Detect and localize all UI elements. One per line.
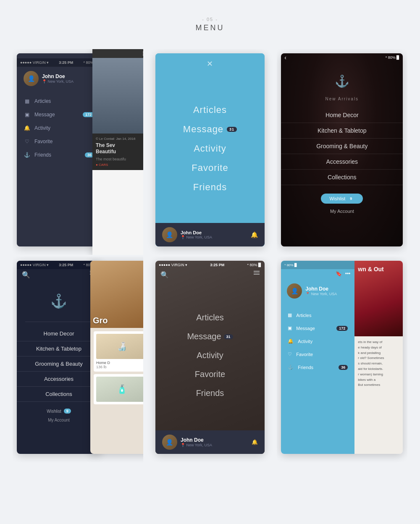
menu-message-5[interactable]: Message 31	[187, 332, 233, 341]
notification-bell-2[interactable]: 🔔	[251, 231, 258, 238]
screen-2-blue-menu: ✕ Articles Message 31 Activity Favorite	[155, 53, 265, 246]
articles-icon-1: ▦	[24, 98, 30, 104]
menu-favorite-6[interactable]: ♡ Favorite	[281, 348, 354, 361]
overlay-collections[interactable]: Collections	[281, 170, 403, 185]
screen-6-layout: * 80% ▉ 🔖 ••• 👤 John Doe 📍 New York, USA	[281, 261, 403, 454]
toolbar-5: 🔍	[155, 269, 265, 280]
menu-accessories-4[interactable]: Accessories	[17, 372, 101, 387]
friends-badge-6: 36	[339, 365, 348, 370]
screen-6-sidebar: * 80% ▉ 🔖 ••• 👤 John Doe 📍 New York, USA	[281, 261, 354, 454]
back-arrow-3[interactable]: ‹	[284, 54, 286, 61]
bookmark-icon-6[interactable]: 🔖	[336, 271, 342, 277]
wishlist-label-4[interactable]: Wishlist	[47, 409, 61, 414]
footer-name-5: John Doe	[181, 437, 212, 443]
product-list-4: 🍶 Home D 136 lb 🧴	[90, 328, 143, 408]
product-icon-4: 🍶	[117, 341, 127, 351]
friends-label-1: Friends	[34, 152, 51, 158]
blue-menu-favorite[interactable]: Favorite	[192, 162, 228, 173]
search-bar-4: 🔍	[17, 269, 101, 280]
blue-menu-message[interactable]: Message 31	[183, 124, 237, 135]
menu-message-6[interactable]: ▣ Message 172	[281, 322, 354, 335]
screen-3-overlay-menu: ‹ * 80% ▉ ⚓ New Arrivals Home Decor Kitc…	[281, 53, 403, 246]
menu-activity-5[interactable]: Activity	[197, 351, 223, 360]
menu-item-friends-1[interactable]: ⚓ Friends 36	[17, 148, 101, 162]
user-loc-6: 📍 New York, USA	[305, 292, 337, 296]
screen-4-content: Gro 🍶 Home D 136 lb 🧴	[90, 261, 143, 454]
blue-menu-activity[interactable]: Activity	[194, 143, 226, 154]
article-text-6: ets in the way of e heady days of k and …	[354, 336, 403, 391]
product-name-4: Home D	[96, 361, 143, 365]
user-name-1: John Doe	[42, 73, 74, 79]
articles-icon-6: ▦	[288, 312, 292, 318]
menu-item-activity-1[interactable]: 🔔 Activity	[17, 121, 101, 135]
blue-menu-friends[interactable]: Friends	[193, 182, 227, 193]
favorite-icon-6: ♡	[288, 351, 292, 357]
menu-collections-4[interactable]: Collections	[17, 387, 101, 402]
menu-kitchen-4[interactable]: Kitchen & Tabletop	[17, 341, 101, 356]
wishlist-badge-3: 9	[347, 196, 354, 201]
overlay-kitchen[interactable]: Kitchen & Tabletop	[281, 123, 403, 139]
menu-articles-5[interactable]: Articles	[196, 313, 224, 322]
time-1: 3:25 PM	[59, 60, 73, 65]
blue-friends-label: Friends	[193, 182, 227, 193]
screen-4-wrapper: ●●●●● VIRGIN ▾ 3:25 PM * 80% ▉ 🔍 ⚓ Home …	[13, 257, 143, 462]
article-source-label: © Le Contail	[96, 137, 114, 141]
blue-activity-label: Activity	[194, 143, 226, 154]
menu-item-message-1[interactable]: ▣ Message 172	[17, 108, 101, 121]
blue-menu-footer: 👤 John Doe 📍 New York, USA 🔔	[155, 223, 265, 246]
my-account-3[interactable]: My Account	[330, 209, 354, 214]
screen-2-wrapper: ✕ Articles Message 31 Activity Favorite	[145, 49, 276, 255]
status-bar-4: ●●●●● VIRGIN ▾ 3:25 PM * 80% ▉	[17, 261, 101, 269]
screen-3-wrapper: ‹ * 80% ▉ ⚓ New Arrivals Home Decor Kitc…	[277, 49, 407, 255]
more-icon-6[interactable]: •••	[345, 271, 351, 277]
message-badge-6: 172	[336, 326, 348, 331]
blue-menu-articles[interactable]: Articles	[193, 105, 227, 115]
menu-articles-6[interactable]: ▦ Articles	[281, 309, 354, 322]
menu-item-articles-1[interactable]: ▦ Articles	[17, 94, 101, 108]
overlay-grooming[interactable]: Grooming & Beauty	[281, 139, 403, 154]
page-sub-label: - 05 -	[0, 17, 420, 22]
activity-icon-1: 🔔	[24, 125, 30, 131]
search-icon-5[interactable]: 🔍	[160, 271, 169, 279]
user-area-6: 👤 John Doe 📍 New York, USA	[281, 278, 354, 309]
bell-5[interactable]: 🔔	[252, 439, 258, 445]
screen-1-sidebar: ●●●●● VIRGIN ▾ 3:25 PM * 80% ▉ 👤 John Do…	[17, 53, 101, 246]
favorite-label-1: Favorite	[34, 139, 52, 144]
menu-grooming-4[interactable]: Grooming & Beauty	[17, 356, 101, 372]
screen-1-wrapper: ●●●●● VIRGIN ▾ 3:25 PM * 80% ▉ 👤 John Do…	[13, 49, 143, 255]
avatar-2: 👤	[162, 227, 177, 242]
wishlist-button-3[interactable]: Wishlist 9	[321, 194, 363, 204]
wishlist-label-3: Wishlist	[329, 196, 345, 201]
menu-activity-6[interactable]: 🔔 Activity	[281, 335, 354, 348]
message-badge-5: 31	[224, 334, 233, 339]
avatar-1: 👤	[24, 71, 39, 86]
grooming-title-4: Gro	[93, 316, 108, 325]
search-icon-4[interactable]: 🔍	[22, 271, 30, 279]
menu-favorite-5[interactable]: Favorite	[195, 369, 225, 379]
hamburger-1[interactable]	[143, 52, 143, 55]
article-sub-1: The most beautifu	[96, 157, 143, 161]
hamburger-5[interactable]	[254, 271, 260, 279]
menu-friends-5[interactable]: Friends	[196, 388, 224, 398]
my-account-4[interactable]: My Account	[48, 418, 70, 422]
menu-item-favorite-1[interactable]: ♡ Favorite	[17, 135, 101, 148]
friends-icon-6: ⚓	[288, 364, 294, 370]
menu-list-6: ▦ Articles ▣ Message 172 🔔 Activity ♡	[281, 309, 354, 454]
screen-6-content: wn & Out ets in the way of e heady days …	[354, 261, 403, 454]
product-size-4: 136 lb	[96, 365, 143, 369]
close-button-2[interactable]: ✕	[207, 59, 213, 68]
overlay-home-decor[interactable]: Home Decor	[281, 107, 403, 123]
article-tag-1: ● CARS	[96, 163, 143, 167]
article-title-1: The SevBeautifu	[96, 142, 143, 155]
screen-6-wrapper: * 80% ▉ 🔖 ••• 👤 John Doe 📍 New York, USA	[277, 257, 407, 462]
message-icon-6: ▣	[288, 325, 292, 331]
avatar-5: 👤	[162, 435, 177, 450]
article-image-6: wn & Out	[354, 261, 403, 336]
menu-home-decor-4[interactable]: Home Decor	[17, 326, 101, 341]
menu-friends-6[interactable]: ⚓ Friends 36	[281, 361, 354, 374]
wishlist-area-4: Wishlist 9	[47, 409, 71, 414]
carrier-1: ●●●●● VIRGIN ▾	[20, 60, 49, 65]
anchor-icon-4: ⚓	[50, 293, 67, 309]
overlay-accessories[interactable]: Accessories	[281, 154, 403, 170]
screen-5-menu: ●●●●● VIRGIN ▾ 3:25 PM * 80% ▉ 🔍 Art	[155, 261, 265, 454]
